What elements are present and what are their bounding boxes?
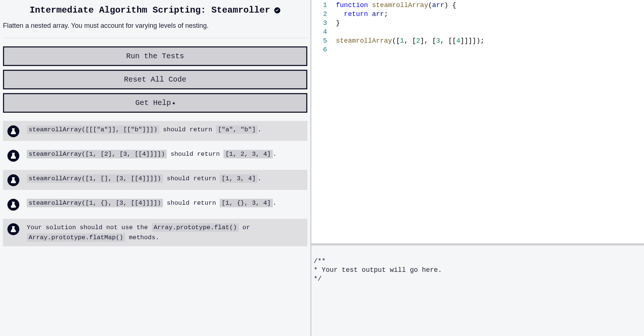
test-text: steamrollArray([1, [], [3, [[4]]]]) shou… <box>27 174 303 184</box>
get-help-button[interactable]: Get Help▲ <box>3 93 307 113</box>
divider <box>3 38 307 38</box>
run-tests-button[interactable]: Run the Tests <box>3 46 307 66</box>
code-line[interactable] <box>336 45 484 54</box>
line-number: 6 <box>311 45 332 54</box>
test-text: steamrollArray([1, {}, [3, [[4]]]]) shou… <box>27 198 303 208</box>
challenge-title-row: Intermediate Algorithm Scripting: Steamr… <box>3 5 307 15</box>
flask-icon <box>7 223 19 235</box>
test-row: steamrollArray([1, {}, [3, [[4]]]]) shou… <box>3 194 307 214</box>
flask-icon <box>7 199 19 211</box>
instructions-panel: Intermediate Algorithm Scripting: Steamr… <box>0 0 310 336</box>
line-number-gutter: 123456 <box>311 0 332 243</box>
line-number: 2 <box>311 10 332 19</box>
caret-up-icon: ▲ <box>172 101 175 106</box>
test-row: Your solution should not use the Array.p… <box>3 219 307 246</box>
code-editor[interactable]: 123456 function steamrollArray(arr) { re… <box>311 0 644 243</box>
line-number: 5 <box>311 36 332 45</box>
code-line[interactable]: return arr; <box>336 10 484 19</box>
completed-check-icon <box>274 7 281 15</box>
line-number: 1 <box>311 1 332 10</box>
test-row: steamrollArray([[["a"]], [["b"]]]) shoul… <box>3 121 307 141</box>
flask-icon <box>7 150 19 162</box>
challenge-description: Flatten a nested array. You must account… <box>3 22 307 30</box>
flask-icon <box>7 174 19 186</box>
line-number: 4 <box>311 27 332 36</box>
code-line[interactable]: steamrollArray([1, [2], [3, [[4]]]]); <box>336 36 484 45</box>
challenge-title: Intermediate Algorithm Scripting: Steamr… <box>30 5 270 15</box>
test-text: steamrollArray([1, [2], [3, [[4]]]]) sho… <box>27 149 303 159</box>
test-text: steamrollArray([[["a"]], [["b"]]]) shoul… <box>27 125 303 135</box>
code-line[interactable] <box>336 27 484 36</box>
test-row: steamrollArray([1, [2], [3, [[4]]]]) sho… <box>3 145 307 165</box>
reset-code-button[interactable]: Reset All Code <box>3 70 307 89</box>
code-line[interactable]: } <box>336 19 484 27</box>
test-row: steamrollArray([1, [], [3, [[4]]]]) shou… <box>3 170 307 190</box>
flask-icon <box>7 125 19 137</box>
code-line[interactable]: function steamrollArray(arr) { <box>336 1 484 10</box>
editor-and-output: 123456 function steamrollArray(arr) { re… <box>310 0 644 336</box>
output-console: /** * Your test output will go here. */ <box>311 243 644 336</box>
code-area[interactable]: function steamrollArray(arr) { return ar… <box>332 0 484 243</box>
tests-list: steamrollArray([[["a"]], [["b"]]]) shoul… <box>3 121 307 246</box>
test-text: Your solution should not use the Array.p… <box>27 223 303 243</box>
line-number: 3 <box>311 19 332 27</box>
